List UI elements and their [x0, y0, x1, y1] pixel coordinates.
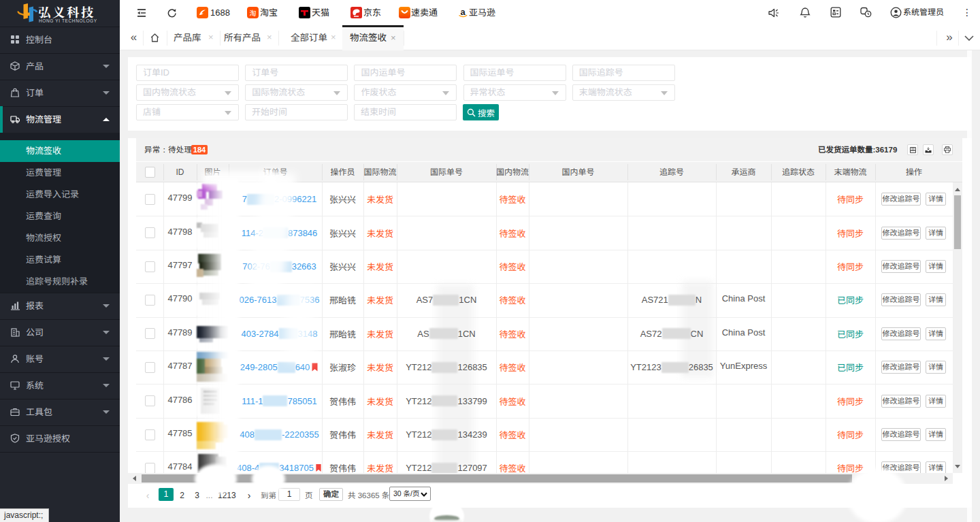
svg-text:淘: 淘 [250, 7, 257, 18]
svg-text:a: a [460, 7, 466, 17]
